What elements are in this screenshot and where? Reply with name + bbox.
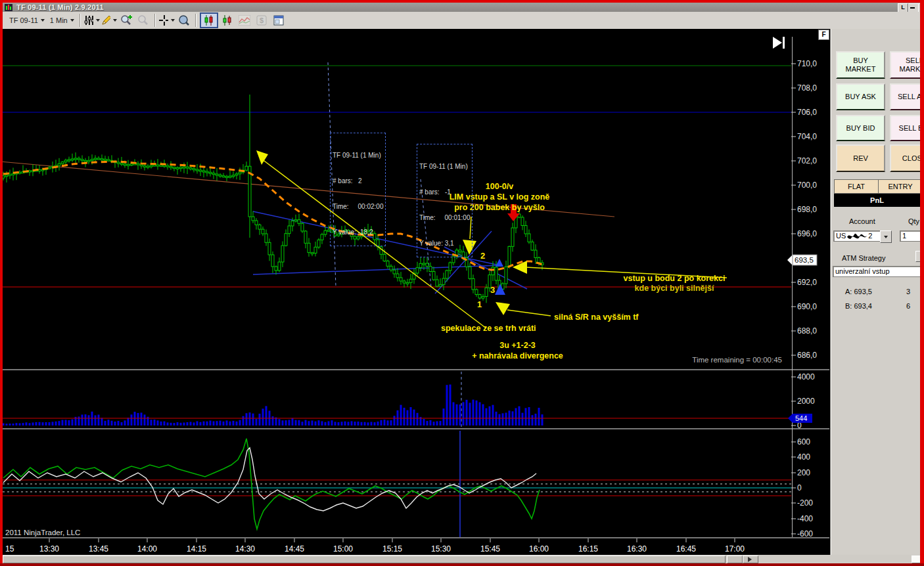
chevron-down-icon <box>113 19 117 22</box>
chevron-down-icon <box>70 19 74 22</box>
annotation-sr-note[interactable]: silná S/R na vyšším tf <box>554 312 639 322</box>
crosshair-button[interactable] <box>159 13 175 28</box>
point-label-3[interactable]: 3 <box>490 285 495 295</box>
annotation-line: + nahrávala divergence <box>421 351 614 361</box>
bid-size: 6 <box>906 302 910 310</box>
reverse-button[interactable]: REV <box>836 144 885 172</box>
window-title: TF 09-11 (1 Min) 2.9.2011 <box>16 3 104 11</box>
svg-text:$: $ <box>260 16 264 24</box>
annotation-line: kde býci byli silnější <box>578 284 770 294</box>
chevron-down-icon <box>41 19 45 22</box>
measure-yvalue: Y value: -18,2 <box>333 228 383 236</box>
trade-panel: BUY MARKET SELL MARKET BUY ASK SELL ASK … <box>830 29 921 555</box>
scrollbar-button-2[interactable] <box>743 555 758 563</box>
minimize-icon <box>910 7 915 9</box>
redaction-scribble <box>846 232 868 240</box>
candlestick-chart-icon <box>222 15 233 26</box>
annotation-line: 3u +1-2-3 <box>421 340 614 351</box>
pencil-icon <box>101 15 110 26</box>
chart-style-button-selected[interactable] <box>200 12 218 28</box>
point-label-1[interactable]: 1 <box>477 299 482 309</box>
link-button[interactable]: L <box>898 3 908 12</box>
resize-grip[interactable] <box>912 555 921 563</box>
period-selector[interactable]: 1 Min <box>47 14 77 27</box>
account-dropdown-button[interactable] <box>880 230 892 243</box>
measure-title: TF 09-11 (1 Min) <box>333 151 383 160</box>
annotation-pattern[interactable]: 3u +1-2-3 + nahrávala divergence <box>421 340 614 361</box>
draw-tool-button[interactable] <box>101 13 117 28</box>
dollar-icon: $ <box>256 15 267 26</box>
pnl-bar: PnL <box>834 194 920 207</box>
toolbar-separator <box>154 14 156 27</box>
ask-quote: A: 693,5 <box>845 288 872 295</box>
zoom-in-button[interactable] <box>118 13 134 28</box>
bar-period-icon <box>84 15 93 26</box>
account-label: Account <box>849 217 875 225</box>
zoom-out-icon <box>137 14 149 26</box>
candlestick-style-icon <box>204 15 214 26</box>
annotation-speculation[interactable]: spekulace ze se trh vráti <box>441 323 536 334</box>
sell-ask-button[interactable]: SELL ASK <box>890 83 924 110</box>
zoom-in-icon <box>120 14 132 26</box>
atm-strategy-label: ATM Strategy <box>842 254 885 262</box>
zoom-out-button[interactable] <box>135 13 151 28</box>
sell-bid-button[interactable]: SELL BID <box>890 115 924 141</box>
cursor-arrow-icon <box>748 557 752 562</box>
copyright: 2011 NinjaTrader, LLC <box>5 529 80 536</box>
magnifier-icon <box>178 14 190 26</box>
toolbar-separator <box>80 14 81 27</box>
chevron-down-icon <box>884 236 888 238</box>
measure-time: Time: 00:02:00 <box>333 202 383 211</box>
measure-box-2[interactable]: TF 09-11 (1 Min) # bars: -1 Time: 00:01:… <box>417 144 473 257</box>
bid-quote: B: 693,4 <box>845 302 872 310</box>
crosshair-icon <box>159 15 168 26</box>
dollar-button[interactable]: $ <box>254 13 269 28</box>
window-border-left <box>0 0 3 566</box>
time-remaining: Time remaining = 00:00:45 <box>651 356 782 364</box>
chevron-down-icon <box>171 19 175 22</box>
scrollbar-thumb[interactable] <box>3 555 726 563</box>
chevron-down-icon <box>96 19 100 22</box>
flat-tab[interactable]: FLAT <box>834 179 879 194</box>
sell-market-button[interactable]: SELL MARKET <box>890 51 924 79</box>
account-prefix: US <box>836 232 846 240</box>
measure-bars: # bars: -1 <box>419 188 470 196</box>
data-box-button[interactable] <box>176 13 192 28</box>
measure-bars: # bars: 2 <box>333 177 383 185</box>
measure-time: Time: 00:01:00 <box>419 213 470 222</box>
app-icon <box>5 4 12 11</box>
account-suffix: 2 <box>868 232 872 240</box>
window-border-top <box>0 0 924 3</box>
measure-title: TF 09-11 (1 Min) <box>419 162 470 171</box>
close-button[interactable]: CLOSE <box>890 144 924 172</box>
fixed-scale-button[interactable]: F <box>818 30 829 40</box>
entry-tab[interactable]: ENTRY <box>878 179 923 194</box>
measure-yvalue: Y value: 3,1 <box>419 239 470 248</box>
minimize-button[interactable] <box>908 3 919 12</box>
point-label-2[interactable]: 2 <box>480 251 485 261</box>
title-bar[interactable]: TF 09-11 (1 Min) 2.9.2011 L <box>3 3 920 12</box>
measure-box-1[interactable]: TF 09-11 (1 Min) # bars: 2 Time: 00:02:0… <box>330 133 386 246</box>
instrument-selector[interactable]: TF 09-11 <box>7 14 47 27</box>
bar-period-button[interactable] <box>84 13 100 28</box>
line-chart-icon <box>239 15 250 26</box>
atm-strategy-select[interactable]: univerzalní vstup <box>833 266 924 277</box>
buy-market-button[interactable]: BUY MARKET <box>836 51 885 79</box>
toolbar-separator <box>195 14 196 27</box>
candlestick-chart-button[interactable] <box>219 13 235 28</box>
scrollbar-button-1[interactable] <box>727 555 743 563</box>
window-border-right <box>920 0 924 566</box>
qty-label: Qty <box>908 217 919 225</box>
horizontal-scrollbar <box>3 555 920 563</box>
line-chart-button[interactable] <box>237 13 252 28</box>
buy-ask-button[interactable]: BUY ASK <box>836 83 885 110</box>
period-label: 1 Min <box>50 16 68 24</box>
buy-bid-button[interactable]: BUY BID <box>836 115 885 141</box>
window-border-bottom <box>0 563 924 566</box>
account-select[interactable]: US2 <box>833 230 885 242</box>
annotation-entry-note[interactable]: vstup u bodu 2 po korekci kde býci byli … <box>578 274 770 294</box>
annotation-line: vstup u bodu 2 po korekci <box>578 274 770 284</box>
ask-size: 3 <box>906 288 910 295</box>
panel-properties-button[interactable] <box>271 13 287 28</box>
instrument-label: TF 09-11 <box>9 16 38 24</box>
